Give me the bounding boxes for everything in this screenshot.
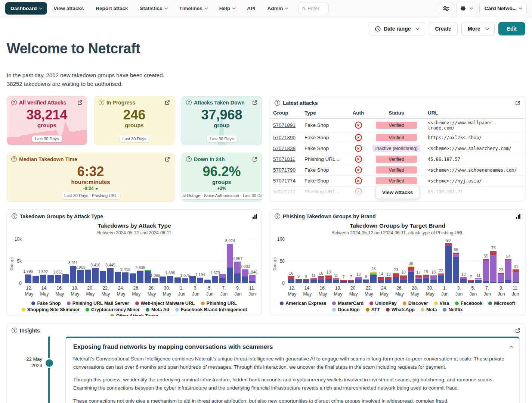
bar-chart-icon[interactable]	[253, 214, 257, 219]
legend-item-other-attack-types[interactable]: Other Attack Types	[110, 313, 158, 316]
bar[interactable]: 2,836	[137, 239, 143, 283]
bar[interactable]	[130, 239, 136, 283]
nav-item-admin[interactable]: Admin	[262, 2, 293, 15]
nav-item-statistics[interactable]: Statistics	[135, 2, 173, 15]
nav-item-help[interactable]: Help	[214, 2, 240, 15]
bar[interactable]: 17	[415, 239, 422, 283]
nav-item-view-attacks[interactable]: View attacks	[49, 2, 89, 15]
help-icon[interactable]: ?	[12, 328, 17, 333]
legend-item-phishing-url-mail-server[interactable]: Phishing URL Mail Server	[67, 301, 129, 306]
stat-card-in-progress[interactable]: ?In Progress246groupsLast 30 Days	[94, 96, 174, 145]
legend-item-unionpay[interactable]: UnionPay	[369, 301, 397, 306]
bar[interactable]: 16	[288, 239, 294, 283]
legend-item-discover[interactable]: Discover	[403, 301, 428, 306]
legend-item-shopping-site-skimmer[interactable]: Shopping Site Skimmer	[22, 307, 80, 312]
bar[interactable]: 55	[483, 239, 489, 283]
bar[interactable]: 3,063	[242, 239, 248, 283]
bar[interactable]: 16	[318, 239, 324, 283]
legend-item-american-express[interactable]: American Express	[280, 301, 326, 306]
collapse-button[interactable]	[506, 343, 514, 351]
external-link-icon[interactable]	[252, 100, 257, 105]
help-icon[interactable]: ?	[186, 156, 192, 162]
bar[interactable]: 1,846	[249, 239, 256, 283]
bar[interactable]: 31	[513, 239, 519, 283]
bar[interactable]: 7	[348, 239, 354, 283]
legend-item-meta[interactable]: Meta	[421, 307, 437, 312]
bar[interactable]: 73	[490, 239, 497, 283]
bar[interactable]: 38	[408, 239, 414, 283]
legend-item-facebook-brand-infringement[interactable]: Facebook Brand Infringement	[175, 307, 247, 312]
bar[interactable]: 1,068	[152, 239, 158, 283]
help-icon[interactable]: ?	[186, 100, 192, 105]
bar[interactable]: 13	[355, 239, 362, 283]
nav-item-api[interactable]: API	[242, 2, 261, 15]
bar[interactable]: 18	[325, 239, 332, 283]
bar-chart-icon[interactable]	[516, 214, 520, 219]
legend-item-mastercard[interactable]: MasterCard	[332, 301, 364, 306]
bar[interactable]: 13	[385, 239, 392, 283]
search-input[interactable]	[307, 6, 325, 11]
bar[interactable]: 11	[310, 239, 317, 283]
bar[interactable]	[100, 239, 106, 283]
search-box[interactable]	[298, 3, 329, 14]
bar[interactable]: 9	[303, 239, 309, 283]
bar[interactable]	[219, 239, 226, 283]
bar[interactable]: 8,924	[227, 239, 233, 283]
legend-item-facebook[interactable]: Facebook	[455, 301, 482, 306]
group-id-link[interactable]: 57071890	[273, 135, 296, 140]
stat-card-all-verified-attacks[interactable]: ?All Verified Attacks38,214groupsLast 30…	[7, 96, 87, 145]
external-link-icon[interactable]	[165, 157, 170, 162]
bar[interactable]	[47, 239, 54, 283]
bar[interactable]: 1,194	[197, 239, 203, 283]
auth-denied-icon[interactable]: ×	[355, 156, 362, 163]
legend-item-meta-ad[interactable]: Meta Ad	[146, 307, 169, 312]
group-id-link[interactable]: 57071891	[273, 122, 296, 128]
bar[interactable]: 18	[430, 239, 437, 283]
bar[interactable]: 2,903	[77, 239, 84, 283]
bar[interactable]: 8	[363, 239, 369, 283]
group-id-link[interactable]: 57071790	[273, 167, 296, 173]
legend-item-visa[interactable]: Visa	[434, 301, 449, 306]
group-id-link[interactable]: 57071838	[273, 146, 296, 151]
legend-item-cryptocurrency-miner[interactable]: Cryptocurrency Miner	[86, 307, 140, 312]
legend-item-microsoft[interactable]: Microsoft	[488, 301, 515, 306]
bar[interactable]: 14	[378, 239, 384, 283]
bar[interactable]	[85, 239, 91, 283]
auth-denied-icon[interactable]: ×	[355, 166, 362, 174]
bar[interactable]: 9	[296, 239, 302, 283]
legend-item-docusign[interactable]: DocuSign	[332, 307, 359, 312]
bar[interactable]: 1,851	[55, 239, 61, 283]
bar[interactable]: 3,449	[107, 239, 114, 283]
legend-item-phishing-url[interactable]: Phishing URL	[201, 301, 237, 306]
external-link-icon[interactable]	[515, 328, 520, 333]
bar[interactable]	[160, 239, 166, 283]
external-link-icon[interactable]	[515, 100, 520, 106]
filter-sliders-button[interactable]	[439, 2, 453, 15]
auth-denied-icon[interactable]: ×	[355, 145, 362, 152]
more-button[interactable]: More	[461, 22, 494, 35]
bar[interactable]: 13	[460, 239, 467, 283]
group-id-link[interactable]: 57071811	[273, 156, 295, 162]
bar[interactable]: 11	[475, 239, 482, 283]
bar[interactable]: 1,892	[40, 239, 46, 283]
settings-menu-button[interactable]	[456, 2, 476, 15]
view-attacks-button[interactable]: View Attacks	[376, 186, 420, 199]
bar[interactable]	[115, 239, 121, 283]
help-icon[interactable]: ?	[11, 156, 17, 162]
stat-card-down-in-24h[interactable]: ?Down in 24h96.2%groups+2%Final Outage ·…	[182, 153, 262, 202]
bar[interactable]: 7	[340, 239, 347, 283]
bar[interactable]: 1,075	[182, 239, 188, 283]
bar[interactable]: 4,857	[234, 239, 241, 283]
external-link-icon[interactable]	[252, 157, 257, 162]
bar[interactable]: 7	[468, 239, 474, 283]
bar[interactable]: 11	[333, 239, 339, 283]
create-button[interactable]: Create	[429, 22, 458, 35]
legend-item-fake-shop[interactable]: Fake Shop	[31, 301, 61, 306]
auth-denied-icon[interactable]: ×	[355, 177, 362, 184]
bar[interactable]: 1,673	[212, 239, 218, 283]
help-icon[interactable]: ?	[11, 100, 17, 105]
bar[interactable]: 23	[498, 239, 504, 283]
help-icon[interactable]: ?	[275, 100, 280, 106]
edit-button[interactable]: Edit	[498, 22, 525, 35]
stat-card-attacks-taken-down[interactable]: ?Attacks Taken Down37,968groupLast 30 Da…	[182, 96, 262, 145]
